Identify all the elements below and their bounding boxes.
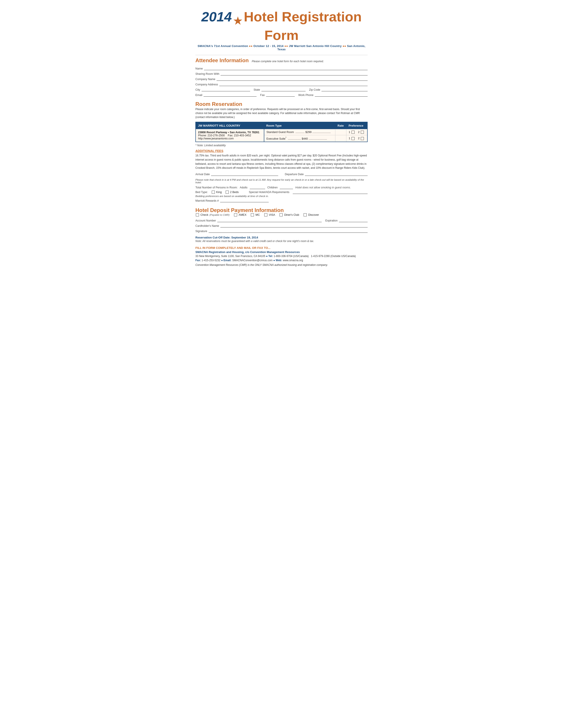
hotel-phone-fax: Phone: 210-276-2500 Fax: 210-403-3452 bbox=[198, 134, 261, 137]
bedding-note: Bedding preferences are based on availab… bbox=[195, 195, 368, 197]
standard-pref1-checkbox[interactable] bbox=[352, 131, 355, 134]
company-address-label: Company Address bbox=[195, 83, 218, 86]
special-req-input[interactable] bbox=[293, 190, 368, 194]
city-state-zip-row: City State Zip Code bbox=[195, 88, 368, 91]
additional-fees-heading: ADDITIONAL FEES bbox=[195, 149, 368, 153]
king-option: King bbox=[211, 191, 222, 194]
header-subtitle: SMACNA's 71st Annual Convention ●● Octob… bbox=[195, 44, 368, 51]
mc-checkbox[interactable] bbox=[251, 213, 254, 216]
departure-date-input[interactable] bbox=[305, 172, 368, 176]
footer-section: FILL IN FORM COMPLETELY AND MAIL OR FAX … bbox=[195, 246, 368, 266]
sharing-input[interactable] bbox=[220, 72, 368, 75]
signature-row: Signature bbox=[195, 229, 368, 233]
pay-discover: Discover bbox=[303, 213, 319, 216]
expiration-input[interactable] bbox=[339, 219, 368, 222]
room-reservation-heading: Room Reservation bbox=[195, 101, 242, 107]
hotel-info-cell: 23808 Resort Parkway • San Antonio, TX 7… bbox=[195, 129, 264, 142]
signature-label: Signature bbox=[195, 230, 207, 233]
company-name-input[interactable] bbox=[216, 77, 368, 81]
visa-checkbox[interactable] bbox=[264, 213, 267, 216]
table-row: 23808 Resort Parkway • San Antonio, TX 7… bbox=[195, 129, 368, 135]
state-input[interactable] bbox=[261, 88, 306, 91]
pay-check: Check (Payable to CMR) bbox=[195, 213, 229, 216]
hotel-address-line: 23808 Resort Parkway • San Antonio, TX 7… bbox=[198, 131, 261, 134]
check-note: (Payable to CMR) bbox=[209, 214, 229, 216]
work-phone-label: Work Phone bbox=[298, 94, 314, 97]
cmr-note: Convention Management Resources (CMR) is… bbox=[195, 263, 368, 266]
table-header-row: JW MARRIOTT HILL COUNTRY Room Type Rate … bbox=[195, 122, 368, 129]
page-header: 2014 ★ Hotel Registration Form bbox=[195, 9, 368, 43]
hotel-deposit-section: Hotel Deposit Payment Information Check … bbox=[195, 207, 368, 243]
company-name-row: Company Name bbox=[195, 77, 368, 81]
sharing-row: Sharing Room With bbox=[195, 72, 368, 75]
arrival-label: Arrival Date bbox=[195, 173, 210, 176]
room-description: Please indicate your room categories, in… bbox=[195, 107, 368, 119]
persons-row: Total Number of Persons in Room: Adults … bbox=[195, 186, 368, 189]
name-input[interactable] bbox=[204, 67, 368, 70]
cardholder-label: Cardholder's Name bbox=[195, 224, 219, 227]
name-row: Name bbox=[195, 67, 368, 70]
email-input[interactable] bbox=[203, 93, 256, 97]
adults-label: Adults bbox=[240, 186, 247, 189]
marriott-label: Marriott Rewards # bbox=[195, 199, 219, 202]
signature-input[interactable] bbox=[209, 229, 368, 233]
king-label: King bbox=[216, 191, 222, 194]
standard-pref2-checkbox[interactable] bbox=[361, 131, 364, 134]
marriott-input[interactable] bbox=[220, 199, 269, 202]
company-address-row: Company Address bbox=[195, 83, 368, 86]
executive-rate-cell bbox=[336, 135, 347, 142]
company-address-input[interactable] bbox=[219, 83, 368, 86]
hotel-name-col: JW MARRIOTT HILL COUNTRY bbox=[195, 122, 264, 129]
preference-col: Preference bbox=[347, 122, 368, 129]
executive-pref2-checkbox[interactable] bbox=[361, 137, 364, 140]
discover-checkbox[interactable] bbox=[304, 213, 307, 216]
children-input[interactable] bbox=[280, 186, 293, 189]
no-smoking-text: Hotel does not allow smoking in guest ro… bbox=[295, 186, 351, 189]
king-checkbox[interactable] bbox=[212, 191, 215, 194]
executive-pref1-checkbox[interactable] bbox=[352, 137, 355, 140]
work-phone-input[interactable] bbox=[315, 93, 368, 97]
email-label: Email bbox=[195, 94, 202, 97]
arrival-date-input[interactable] bbox=[211, 172, 278, 176]
children-label: Children bbox=[267, 186, 278, 189]
cardholder-row: Cardholder's Name bbox=[195, 224, 368, 227]
adults-input[interactable] bbox=[250, 186, 265, 189]
header-title: Hotel Registration Form bbox=[244, 9, 362, 43]
mc-label: MC bbox=[255, 213, 259, 216]
state-label: State bbox=[254, 88, 260, 91]
departure-label: Departure Date bbox=[285, 173, 304, 176]
limited-availability-note: * Note: Limited availability bbox=[195, 144, 368, 147]
standard-room-type: Standard Guest Room ............ $299 ..… bbox=[264, 129, 336, 135]
amex-checkbox[interactable] bbox=[234, 213, 237, 216]
fill-in-org: SMACNA Registration and Housing, c/o Con… bbox=[195, 250, 368, 254]
payment-checkboxes: Check (Payable to CMR) AMEX MC VISA Dine… bbox=[195, 213, 368, 216]
cardholder-input[interactable] bbox=[220, 224, 368, 227]
pay-mc: MC bbox=[250, 213, 259, 216]
city-input[interactable] bbox=[201, 88, 250, 91]
attendee-heading: Attendee Information bbox=[195, 57, 248, 64]
attendee-section-header: Attendee Information Please complete one… bbox=[195, 57, 368, 64]
header-year: 2014 bbox=[201, 9, 232, 24]
sharing-label: Sharing Room With bbox=[195, 72, 219, 75]
email-fax-phone-row: Email Fax Work Phone bbox=[195, 93, 368, 97]
hotel-web: http://www.jwsanantonio.com bbox=[198, 137, 261, 140]
arrival-departure-row: Arrival Date Departure Date bbox=[195, 172, 368, 178]
pay-amex: AMEX bbox=[233, 213, 246, 216]
room-reservation-section: Room Reservation Please indicate your ro… bbox=[195, 101, 368, 147]
fax-input[interactable] bbox=[266, 93, 295, 97]
account-number-input[interactable] bbox=[217, 219, 322, 222]
pay-diners: Diner's Club bbox=[279, 213, 299, 216]
executive-room-type: Executive Suite* ................. $440 … bbox=[264, 135, 336, 142]
executive-pref-cell: 1 2 bbox=[347, 135, 368, 142]
room-type-col: Room Type bbox=[264, 122, 336, 129]
marriott-row: Marriott Rewards # bbox=[195, 199, 368, 202]
city-label: City bbox=[195, 88, 200, 91]
hotel-table: JW MARRIOTT HILL COUNTRY Room Type Rate … bbox=[195, 122, 368, 142]
zip-label: Zip Code bbox=[309, 88, 321, 91]
zip-input[interactable] bbox=[322, 88, 368, 91]
check-checkbox[interactable] bbox=[196, 213, 199, 216]
two-beds-checkbox[interactable] bbox=[226, 191, 229, 194]
diners-checkbox[interactable] bbox=[279, 213, 283, 216]
fax-label: Fax bbox=[260, 94, 265, 97]
bed-type-label: Bed Type: bbox=[195, 191, 208, 194]
